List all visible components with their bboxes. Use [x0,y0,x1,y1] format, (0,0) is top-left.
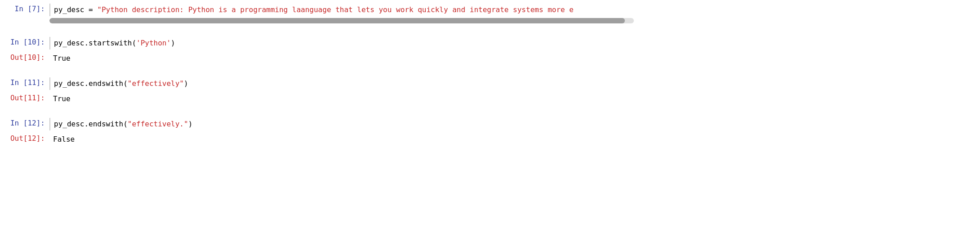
cell-10-method: .startswith( [84,39,136,47]
divider-3 [0,108,980,114]
cell-10: In [10]: py_desc.startswith('Python') Ou… [0,33,980,67]
cell-10-variable: py_desc [54,39,84,47]
cell-7-string: "Python description: Python is a program… [97,5,574,14]
cell-11-input[interactable]: py_desc.endswith("effectively") [49,77,980,90]
cell-12-method: .endswith( [84,120,127,128]
cell-11-paren: ) [184,79,188,88]
cell-12-code: py_desc.endswith("effectively.") [54,120,192,128]
cell-11-string: "effectively" [128,79,184,88]
cell-12-variable: py_desc [54,120,84,128]
cell-7-scrollbar-track[interactable] [49,18,634,23]
notebook: In [7]: py_desc = "Python description: P… [0,0,980,242]
cell-11-variable: py_desc [54,79,84,88]
cell-10-code: py_desc.startswith('Python') [54,39,175,47]
cell-12-string: "effectively." [128,120,188,128]
divider-1 [0,27,980,33]
cell-11-output-value: True [53,94,71,103]
cell-11-input-row: In [11]: py_desc.endswith("effectively") [0,76,980,91]
cell-11-output-label: Out[11]: [0,93,49,103]
cell-11-input-label: In [11]: [0,77,49,88]
divider-2 [0,67,980,74]
cell-7-variable: py_desc [54,5,84,14]
cell-7-operator: = [84,5,97,14]
cell-12-input[interactable]: py_desc.endswith("effectively.") [49,118,980,130]
cell-7-input-row: In [7]: py_desc = "Python description: P… [0,2,980,17]
cell-12-output-label: Out[12]: [0,133,49,144]
cell-11-output-row: Out[11]: True [0,91,980,106]
cell-12-paren: ) [188,120,193,128]
cell-7-scrollbar-row [0,17,980,25]
cell-11: In [11]: py_desc.endswith("effectively")… [0,74,980,108]
cell-7-input-label: In [7]: [0,4,49,14]
cell-10-input-label: In [10]: [0,37,49,48]
cell-7-scrollbar-thumb [49,18,625,23]
cell-10-string: 'Python' [136,39,171,47]
cell-7-code: py_desc = "Python description: Python is… [54,5,574,14]
cell-12: In [12]: py_desc.endswith("effectively."… [0,114,980,148]
cell-10-input[interactable]: py_desc.startswith('Python') [49,37,980,49]
cell-11-method: .endswith( [84,79,127,88]
cell-10-output-label: Out[10]: [0,52,49,63]
cell-12-output-value: False [53,135,75,143]
cell-12-input-row: In [12]: py_desc.endswith("effectively."… [0,116,980,131]
cell-7-input[interactable]: py_desc = "Python description: Python is… [49,4,980,16]
cell-10-output: True [49,52,980,65]
cell-11-code: py_desc.endswith("effectively") [54,79,188,88]
cell-12-input-label: In [12]: [0,118,49,129]
cell-12-output: False [49,133,980,146]
cell-7: In [7]: py_desc = "Python description: P… [0,0,980,27]
cell-10-input-row: In [10]: py_desc.startswith('Python') [0,35,980,50]
cell-11-output: True [49,93,980,105]
cell-12-output-row: Out[12]: False [0,131,980,147]
cell-10-output-row: Out[10]: True [0,50,980,66]
cell-10-paren: ) [171,39,175,47]
cell-10-output-value: True [53,54,71,63]
